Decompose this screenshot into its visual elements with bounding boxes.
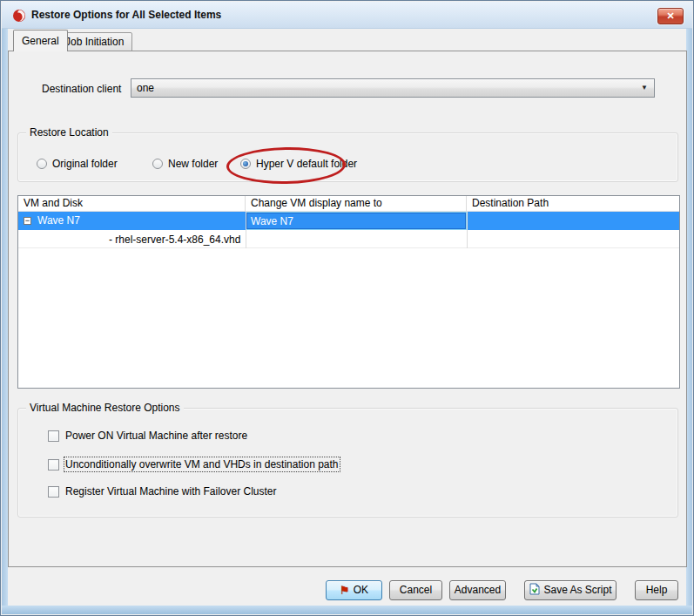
advanced-button[interactable]: Advanced bbox=[449, 580, 506, 600]
vm-disk-table: VM and Disk Change VM display name to De… bbox=[17, 195, 680, 389]
destination-client-combobox[interactable]: one ▼ bbox=[131, 78, 655, 98]
destination-client-label: Destination client bbox=[42, 83, 121, 95]
column-divider bbox=[246, 212, 246, 248]
collapse-minus-icon[interactable]: − bbox=[24, 217, 31, 225]
radio-icon bbox=[152, 159, 163, 169]
tab-general[interactable]: General bbox=[13, 30, 68, 51]
ok-button-label: OK bbox=[354, 584, 368, 596]
help-button-label: Help bbox=[646, 584, 668, 596]
dialog-body: Job Initiation General Destination clien… bbox=[8, 29, 686, 606]
vm-restore-options-group: Virtual Machine Restore Options Power ON… bbox=[17, 408, 678, 518]
vm-display-name-editor[interactable]: Wave N7 bbox=[246, 212, 467, 230]
window-frame-right bbox=[686, 29, 692, 614]
cancel-button[interactable]: Cancel bbox=[389, 580, 442, 600]
save-as-script-button[interactable]: Save As Script bbox=[524, 580, 617, 600]
save-script-document-icon bbox=[529, 583, 540, 595]
checkbox-icon bbox=[48, 459, 59, 470]
restore-location-group: Restore Location Original folder New fol… bbox=[17, 132, 678, 182]
column-header-change-vm-display-name[interactable]: Change VM display name to bbox=[246, 196, 467, 212]
checkbox-power-on-label: Power ON Virtual Machine after restore bbox=[65, 430, 247, 442]
restore-options-dialog: Restore Options for All Selected Items ✕… bbox=[0, 0, 694, 616]
close-icon: ✕ bbox=[666, 10, 674, 21]
checkbox-register-failover-label: Register Virtual Machine with Failover C… bbox=[65, 485, 277, 498]
window-frame-bottom bbox=[2, 606, 692, 614]
checkbox-icon bbox=[48, 430, 59, 442]
vm-name-cell: Wave N7 bbox=[37, 214, 80, 227]
window-frame-left bbox=[2, 29, 8, 614]
cancel-button-label: Cancel bbox=[400, 584, 432, 596]
destination-client-value: one bbox=[137, 82, 154, 94]
save-as-script-button-label: Save As Script bbox=[543, 584, 611, 596]
titlebar[interactable]: Restore Options for All Selected Items ✕ bbox=[2, 2, 692, 29]
tab-general-label: General bbox=[22, 35, 59, 47]
radio-hyperv-default-folder-label: Hyper V default folder bbox=[256, 158, 357, 170]
column-header-vm-and-disk[interactable]: VM and Disk bbox=[18, 196, 246, 212]
ok-flag-icon: ⚑ bbox=[340, 584, 350, 597]
help-button[interactable]: Help bbox=[635, 580, 678, 600]
checkbox-unconditional-overwrite-label: Unconditionally overwrite VM and VHDs in… bbox=[65, 458, 339, 470]
vhd-name-cell: - rhel-server-5.4-x86_64.vhd bbox=[109, 234, 240, 246]
ok-button[interactable]: ⚑OK bbox=[326, 580, 382, 600]
general-tab-panel: Destination client one ▼ Restore Locatio… bbox=[8, 51, 687, 567]
radio-icon bbox=[37, 159, 47, 169]
table-header-row: VM and Disk Change VM display name to De… bbox=[18, 196, 679, 212]
window-title: Restore Options for All Selected Items bbox=[31, 9, 221, 21]
tab-job-initiation-label: Job Initiation bbox=[65, 36, 124, 48]
radio-new-folder[interactable]: New folder bbox=[152, 157, 218, 171]
vm-restore-options-title: Virtual Machine Restore Options bbox=[26, 402, 184, 414]
tab-job-initiation[interactable]: Job Initiation bbox=[57, 32, 132, 51]
column-divider bbox=[467, 212, 468, 248]
radio-new-folder-label: New folder bbox=[168, 158, 218, 170]
checkbox-unconditional-overwrite[interactable]: Unconditionally overwrite VM and VHDs in… bbox=[48, 458, 339, 470]
restore-location-title: Restore Location bbox=[26, 126, 112, 139]
radio-original-folder-label: Original folder bbox=[52, 158, 118, 170]
app-logo-icon bbox=[12, 9, 26, 23]
table-row-vhd[interactable]: - rhel-server-5.4-x86_64.vhd bbox=[18, 230, 679, 248]
checkbox-register-failover[interactable]: Register Virtual Machine with Failover C… bbox=[48, 485, 277, 498]
advanced-button-label: Advanced bbox=[455, 584, 501, 596]
radio-selected-icon bbox=[240, 159, 251, 169]
radio-original-folder[interactable]: Original folder bbox=[37, 157, 118, 171]
chevron-down-icon: ▼ bbox=[641, 84, 648, 91]
table-row-wave-n7[interactable]: − Wave N7 Wave N7 bbox=[18, 212, 679, 230]
column-header-destination-path[interactable]: Destination Path bbox=[467, 196, 679, 212]
close-button[interactable]: ✕ bbox=[657, 8, 684, 24]
checkbox-icon bbox=[48, 486, 59, 498]
checkbox-power-on[interactable]: Power ON Virtual Machine after restore bbox=[48, 430, 247, 442]
radio-hyperv-default-folder[interactable]: Hyper V default folder bbox=[240, 157, 357, 171]
